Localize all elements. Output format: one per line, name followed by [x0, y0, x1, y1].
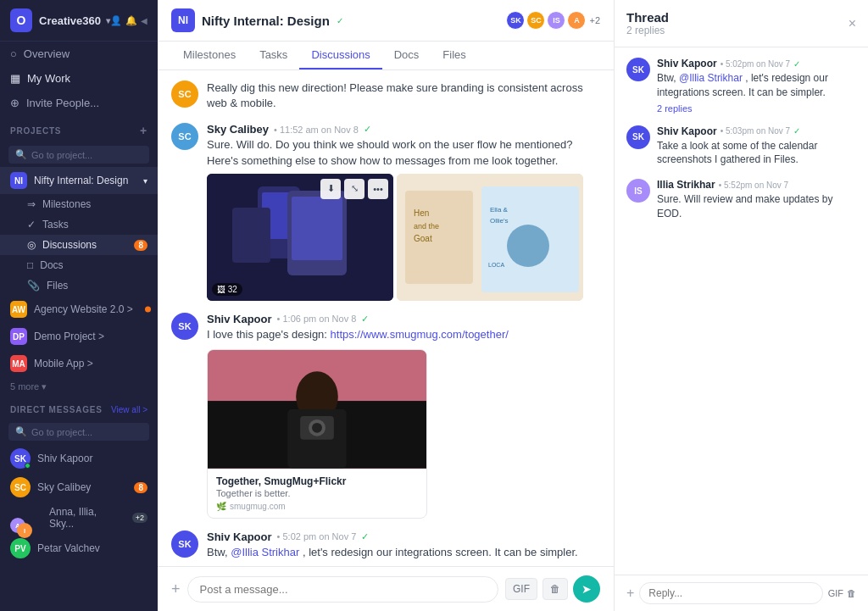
header-icon2[interactable]: 🔔 [125, 15, 137, 26]
thread-reply-input[interactable] [639, 582, 822, 604]
tab-files[interactable]: Files [431, 42, 477, 69]
thread-msg-1: SK Shiv Kapoor • 5:02pm on Nov 7 ✓ Btw, … [626, 58, 856, 114]
tab-tasks[interactable]: Tasks [248, 42, 299, 69]
thread-verified-2: ✓ [793, 126, 800, 136]
thread-avatar-3: IS [626, 179, 650, 203]
project-header-avatar: NI [171, 8, 195, 32]
tab-milestones[interactable]: Milestones [171, 42, 248, 69]
dm-sky[interactable]: SC Sky Calibey 8 [0, 473, 158, 502]
sidebar-project-mobile[interactable]: MA Mobile App > [0, 350, 158, 377]
sidebar-project-nifty[interactable]: NI Nifty Internal: Design ▾ [0, 167, 158, 194]
project-search[interactable]: 🔍 Go to project... [8, 146, 149, 164]
files-label: Files [47, 280, 68, 292]
thread-gif-btn[interactable]: GIF [828, 588, 843, 598]
message-add-btn[interactable]: + [171, 580, 181, 598]
tasks-label: Tasks [42, 219, 69, 231]
dm-search[interactable]: 🔍 Go to project... [8, 423, 149, 441]
preview-icon: 🌿 [216, 502, 226, 511]
dm-shiv-name: Shiv Kapoor [37, 453, 92, 464]
more-projects-btn[interactable]: 5 more ▾ [0, 377, 158, 397]
preview-subtitle: Together is better. [216, 488, 418, 498]
nifty-chevron: ▾ [143, 176, 147, 186]
sidebar-item-files[interactable]: 📎 Files [0, 275, 158, 296]
dm-shiv[interactable]: SK Shiv Kapoor [0, 444, 158, 473]
overview-icon: ○ [10, 47, 17, 60]
dm-section-header: DIRECT MESSAGES View all > [0, 397, 158, 418]
project-title: Nifty Internal: Design [202, 14, 330, 28]
thread-emoji-btn[interactable]: 🗑 [847, 588, 856, 598]
messages-area: SC Really dig this new direction! Please… [158, 70, 614, 566]
dm-sky-avatar: SC [10, 477, 31, 497]
group-count: +2 [132, 513, 147, 523]
my-work-label: My Work [27, 72, 70, 85]
sky-author: Sky Calibey [207, 123, 269, 136]
sidebar-item-my-work[interactable]: ▦ My Work [0, 66, 158, 91]
svg-text:LOCA: LOCA [488, 262, 504, 268]
message-input[interactable] [187, 576, 498, 603]
shiv-link-time: • 1:06 pm on Nov 8 [277, 314, 357, 324]
member-avatar-4: A [567, 11, 586, 30]
thread-add-btn[interactable]: + [626, 586, 634, 601]
sidebar-item-tasks[interactable]: ✓ Tasks [0, 214, 158, 235]
thread-avatar-1: SK [626, 58, 650, 81]
thread-close-btn[interactable]: × [849, 16, 856, 31]
add-project-btn[interactable]: + [140, 124, 147, 137]
thread-text-2: Take a look at some of the calendar scre… [657, 139, 856, 168]
app-logo[interactable]: O [10, 8, 32, 32]
sidebar-item-discussions[interactable]: ◎ Discussions 8 [0, 235, 158, 255]
thread-time-2: • 5:03pm on Nov 7 [721, 126, 790, 136]
download-btn[interactable]: ⬇ [320, 179, 341, 199]
sidebar-item-invite-people[interactable]: ⊕ Invite People... [0, 91, 158, 115]
smugmug-link[interactable]: https://www.smugmug.com/together/ [331, 328, 509, 341]
sky-image-2[interactable]: Hen and the Goat Ella & Ollie's LOCA [397, 174, 583, 301]
svg-rect-5 [232, 208, 270, 263]
member-more-count: +2 [589, 15, 600, 25]
online-indicator [25, 463, 31, 469]
svg-point-22 [312, 423, 322, 433]
tab-docs[interactable]: Docs [382, 42, 431, 69]
msg-avatar-sky: SC [171, 123, 198, 150]
dm-shiv-avatar: SK [10, 448, 31, 469]
sky-image-1[interactable]: ⬇ ⤡ ••• 🖼 32 [207, 174, 393, 301]
dm-group[interactable]: A I Anna, Illia, Sky... +2 [0, 502, 158, 534]
preview-body: Together, SmugMug+Flickr Together is bet… [208, 469, 426, 518]
agency-avatar: AW [10, 301, 27, 318]
send-btn[interactable]: ➤ [573, 575, 600, 603]
sidebar-item-milestones[interactable]: ⇒ Milestones [0, 194, 158, 214]
thread-title: Thread [626, 10, 669, 25]
message-row-shiv-mention: SK Shiv Kapoor • 5:02 pm on Nov 7 ✓ Btw,… [171, 530, 600, 566]
thread-content-2: Shiv Kapoor • 5:03pm on Nov 7 ✓ Take a l… [657, 125, 856, 168]
thread-header: Thread 2 replies × [615, 0, 868, 47]
sidebar-project-agency[interactable]: AW Agency Website 2.0 > [0, 296, 158, 323]
invite-icon: ⊕ [10, 97, 19, 109]
docs-icon: □ [27, 259, 33, 271]
thread-header-2: Shiv Kapoor • 5:03pm on Nov 7 ✓ [657, 125, 856, 137]
collapse-icon[interactable]: ◀ [141, 16, 147, 25]
view-all-btn[interactable]: View all > [111, 405, 147, 414]
thread-sub-replies-1[interactable]: 2 replies [657, 103, 856, 114]
shiv-mention-verified: ✓ [361, 531, 369, 542]
msg-header-shiv: Shiv Kapoor • 1:06 pm on Nov 8 ✓ [207, 313, 600, 325]
tab-discussions[interactable]: Discussions [299, 42, 381, 69]
shiv-mention-text: Btw, @Illia Strikhar , let's redesign ou… [207, 545, 600, 560]
agency-label: Agency Website 2.0 > [34, 303, 147, 315]
app-brand[interactable]: Creative360 ▾ [39, 14, 110, 27]
thread-msg-3: IS Illia Strikhar • 5:52pm on Nov 7 Sure… [626, 179, 856, 221]
header-icon1[interactable]: 👤 [110, 15, 122, 26]
thread-replies-count: 2 replies [626, 25, 669, 36]
sidebar-item-overview[interactable]: ○ Overview [0, 42, 158, 66]
fullscreen-btn[interactable]: ⤡ [344, 179, 364, 199]
message-row-branding: SC Really dig this new direction! Please… [171, 81, 600, 111]
svg-text:Hen: Hen [414, 208, 429, 218]
sidebar-project-demo[interactable]: DP Demo Project > [0, 323, 158, 350]
milestones-label: Milestones [42, 198, 91, 210]
dm-petar[interactable]: PV Petar Valchev [0, 534, 158, 563]
msg-content-branding: Really dig this new direction! Please ma… [207, 81, 600, 111]
sidebar-item-docs[interactable]: □ Docs [0, 255, 158, 275]
illia-mention[interactable]: @Illia Strikhar [231, 546, 299, 558]
gif-btn[interactable]: GIF [505, 578, 537, 600]
emoji-btn[interactable]: 🗑 [542, 578, 568, 600]
thread-mention-1[interactable]: @Illia Strikhar [679, 72, 743, 84]
more-btn[interactable]: ••• [368, 179, 388, 199]
header-left: NI Nifty Internal: Design ✓ [171, 8, 343, 32]
